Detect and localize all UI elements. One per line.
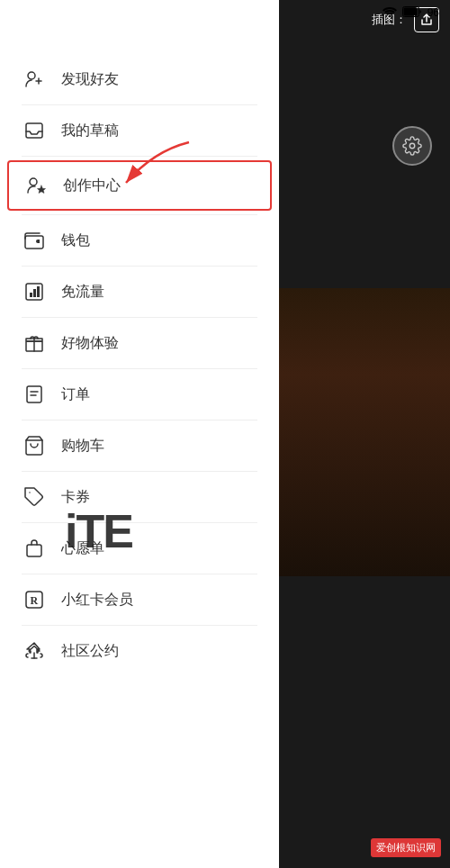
battery-icon bbox=[402, 5, 422, 21]
sidebar-item-label: 好物体验 bbox=[61, 334, 119, 353]
right-panel: 插图： bbox=[279, 0, 450, 868]
sidebar-item-label: 购物车 bbox=[61, 437, 104, 456]
svg-rect-7 bbox=[26, 123, 42, 138]
sidebar-item-label: 免流量 bbox=[61, 283, 104, 302]
svg-rect-13 bbox=[30, 293, 32, 297]
svg-rect-14 bbox=[33, 289, 36, 297]
gift-icon bbox=[22, 330, 47, 356]
wifi-icon bbox=[382, 5, 397, 21]
svg-point-8 bbox=[30, 178, 37, 185]
sidebar-item-wishlist[interactable]: 心愿单 bbox=[0, 523, 279, 574]
sidebar-item-label: 创作中心 bbox=[63, 176, 121, 195]
sidebar-item-find-friends[interactable]: 发现好友 bbox=[0, 54, 279, 104]
wallet-icon bbox=[22, 228, 47, 253]
document-icon bbox=[22, 382, 47, 407]
battery-percentage: 96 bbox=[428, 6, 439, 19]
svg-point-3 bbox=[410, 143, 415, 149]
menu-panel: 发现好友 我的草稿 创作中心 bbox=[0, 0, 279, 868]
sidebar-item-shopping-cart[interactable]: 购物车 bbox=[0, 420, 279, 471]
sidebar-item-red-card[interactable]: R 小红卡会员 bbox=[0, 574, 279, 625]
tag-icon bbox=[22, 484, 47, 510]
tree-icon bbox=[22, 638, 47, 664]
settings-button[interactable] bbox=[392, 126, 432, 166]
svg-rect-15 bbox=[37, 286, 40, 297]
sidebar-item-label: 社区公约 bbox=[61, 642, 119, 661]
sidebar-item-label: 钱包 bbox=[61, 231, 90, 250]
sidebar-item-wallet[interactable]: 钱包 bbox=[0, 215, 279, 266]
svg-rect-11 bbox=[25, 236, 43, 249]
svg-point-0 bbox=[388, 15, 391, 17]
sidebar-item-community[interactable]: 社区公约 bbox=[0, 626, 279, 676]
svg-point-4 bbox=[28, 72, 35, 79]
ite-overlay-text: iTE bbox=[65, 504, 132, 558]
svg-rect-18 bbox=[27, 386, 41, 402]
person-star-icon bbox=[23, 173, 49, 198]
watermark: 爱创根知识网 bbox=[371, 838, 441, 857]
sidebar-item-creation-center[interactable]: 创作中心 bbox=[7, 160, 272, 211]
divider bbox=[22, 156, 257, 157]
sidebar-item-card-coupon[interactable]: 卡券 bbox=[0, 472, 279, 522]
bag-icon bbox=[22, 536, 47, 561]
sidebar-item-good-experience[interactable]: 好物体验 bbox=[0, 318, 279, 368]
svg-text:R: R bbox=[31, 594, 39, 607]
person-add-icon bbox=[22, 67, 47, 92]
svg-marker-9 bbox=[38, 185, 46, 194]
sidebar-item-label: 小红卡会员 bbox=[61, 591, 133, 610]
status-bar: 96 bbox=[306, 0, 450, 25]
svg-rect-2 bbox=[403, 8, 417, 16]
sidebar-item-my-draft[interactable]: 我的草稿 bbox=[0, 105, 279, 156]
chart-bar-icon bbox=[22, 279, 47, 304]
cart-icon bbox=[22, 433, 47, 458]
dark-image-area bbox=[279, 288, 450, 576]
svg-rect-23 bbox=[27, 545, 41, 556]
sidebar-item-label: 我的草稿 bbox=[61, 122, 119, 140]
sidebar-item-free-traffic[interactable]: 免流量 bbox=[0, 267, 279, 317]
inbox-icon bbox=[22, 118, 47, 143]
sidebar-item-label: 订单 bbox=[61, 385, 90, 404]
sidebar-item-order[interactable]: 订单 bbox=[0, 369, 279, 420]
r-badge-icon: R bbox=[22, 587, 47, 612]
sidebar-item-label: 发现好友 bbox=[61, 70, 119, 89]
